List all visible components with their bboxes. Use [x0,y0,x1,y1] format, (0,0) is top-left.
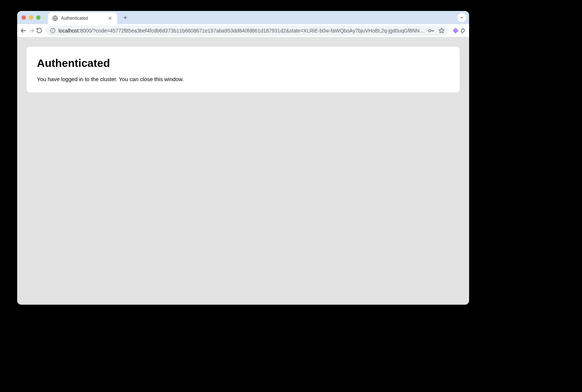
svg-point-11 [429,30,431,32]
tabs-dropdown-button[interactable] [457,13,466,22]
content-card: Authenticated You have logged in to the … [27,47,460,92]
maximize-window-button[interactable] [36,15,41,20]
back-button[interactable] [20,26,27,36]
page-body-text: You have logged in to the cluster. You c… [37,76,449,82]
svg-marker-16 [453,28,459,33]
globe-icon [52,15,58,21]
window-controls [22,15,41,20]
extensions-puzzle-icon[interactable] [460,26,467,36]
forward-button[interactable] [28,26,35,36]
tab-title: Authenticated [61,16,104,21]
tab-bar: Authenticated [17,11,469,24]
new-tab-button[interactable] [120,12,130,23]
url-host: localhost: [58,28,80,34]
info-icon[interactable] [50,28,56,34]
minimize-window-button[interactable] [29,15,33,20]
browser-toolbar: localhost:8000/?code=45772f85ea3bef4fcdb… [17,24,469,37]
bookmark-star-icon[interactable] [438,26,445,36]
svg-point-10 [53,29,53,30]
page-content-area: Authenticated You have logged in to the … [17,37,469,305]
svg-marker-15 [439,28,444,33]
reload-button[interactable] [36,26,42,36]
address-bar[interactable]: localhost:8000/?code=45772f85ea3bef4fcdb… [46,26,449,36]
url-text: localhost:8000/?code=45772f85ea3bef4fcdb… [58,28,425,34]
browser-tab[interactable]: Authenticated [48,12,117,24]
close-window-button[interactable] [22,15,26,20]
url-path: 8000/?code=45772f85ea3bef4fcdb6d373b11b6… [80,28,425,34]
extension-gem-icon[interactable] [452,26,459,36]
browser-window: Authenticated [17,11,469,305]
page-heading: Authenticated [37,57,449,69]
password-key-icon[interactable] [427,26,435,36]
close-tab-button[interactable] [107,15,113,21]
